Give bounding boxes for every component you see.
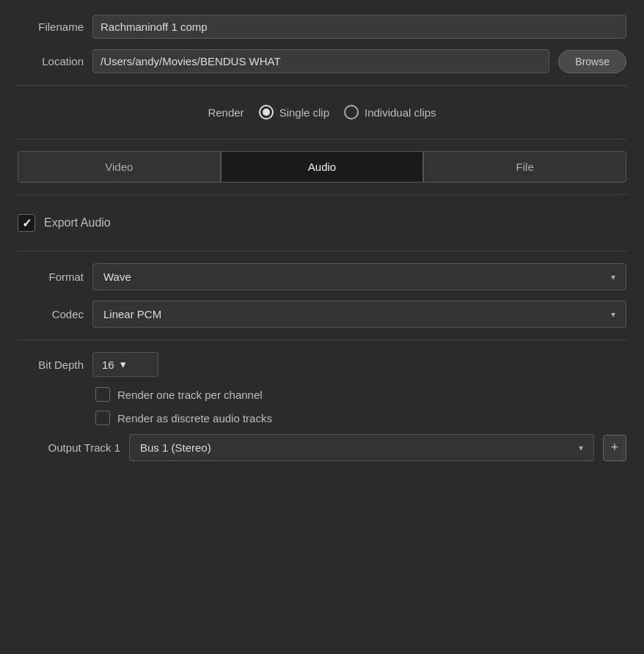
export-audio-checkbox[interactable] <box>18 214 35 232</box>
codec-dropdown[interactable]: Linear PCM ▾ <box>92 301 626 328</box>
format-row: Format Wave ▾ <box>18 263 626 290</box>
browse-button[interactable]: Browse <box>558 50 626 73</box>
output-track-value: Bus 1 (Stereo) <box>140 441 211 454</box>
bit-depth-label: Bit Depth <box>18 359 84 371</box>
format-dropdown[interactable]: Wave ▾ <box>92 263 626 290</box>
render-one-track-checkbox[interactable] <box>95 387 110 402</box>
output-track-dropdown[interactable]: Bus 1 (Stereo) ▾ <box>129 434 594 461</box>
location-input[interactable] <box>92 49 549 73</box>
render-one-track-row: Render one track per channel <box>95 387 626 402</box>
render-one-track-label: Render one track per channel <box>117 389 263 401</box>
render-discrete-row: Render as discrete audio tracks <box>95 411 626 425</box>
radio-individual-clips-label: Individual clips <box>365 106 436 119</box>
tab-file[interactable]: File <box>423 151 626 183</box>
radio-single-clip[interactable]: Single clip <box>259 105 329 120</box>
divider-3 <box>18 194 626 195</box>
divider-2 <box>18 139 626 139</box>
tab-video[interactable]: Video <box>18 151 221 183</box>
render-discrete-label: Render as discrete audio tracks <box>117 412 272 425</box>
render-discrete-checkbox[interactable] <box>95 411 110 425</box>
radio-single-clip-label: Single clip <box>279 106 329 119</box>
location-row: Location Browse <box>18 49 626 73</box>
output-track-row: Output Track 1 Bus 1 (Stereo) ▾ + <box>18 434 626 461</box>
divider-5 <box>18 339 626 340</box>
divider-1 <box>18 85 626 86</box>
filename-row: Filename <box>18 15 626 39</box>
bit-depth-row: Bit Depth 16 ▾ <box>18 352 626 377</box>
radio-single-clip-button[interactable] <box>259 105 274 120</box>
bit-depth-dropdown[interactable]: 16 ▾ <box>92 352 158 377</box>
tab-audio[interactable]: Audio <box>221 151 424 183</box>
bit-depth-arrow: ▾ <box>120 358 126 371</box>
output-track-label: Output Track 1 <box>18 441 120 454</box>
tabs-row: Video Audio File <box>18 151 626 183</box>
radio-individual-clips[interactable]: Individual clips <box>344 105 436 120</box>
export-audio-label: Export Audio <box>44 216 111 229</box>
divider-4 <box>18 251 626 251</box>
format-label: Format <box>18 271 84 283</box>
format-arrow: ▾ <box>611 272 615 282</box>
output-track-arrow: ▾ <box>579 443 583 453</box>
codec-row: Codec Linear PCM ▾ <box>18 301 626 328</box>
format-value: Wave <box>103 271 131 283</box>
radio-individual-clips-button[interactable] <box>344 105 359 120</box>
codec-value: Linear PCM <box>103 308 161 320</box>
codec-label: Codec <box>18 308 84 320</box>
filename-label: Filename <box>18 21 84 33</box>
render-row: Render Single clip Individual clips <box>18 98 626 127</box>
export-audio-row: Export Audio <box>18 207 626 239</box>
add-output-track-button[interactable]: + <box>603 435 626 461</box>
render-label: Render <box>208 106 244 119</box>
location-label: Location <box>18 55 84 67</box>
filename-input[interactable] <box>92 15 626 39</box>
bit-depth-value: 16 <box>102 359 114 371</box>
codec-arrow: ▾ <box>611 309 615 320</box>
